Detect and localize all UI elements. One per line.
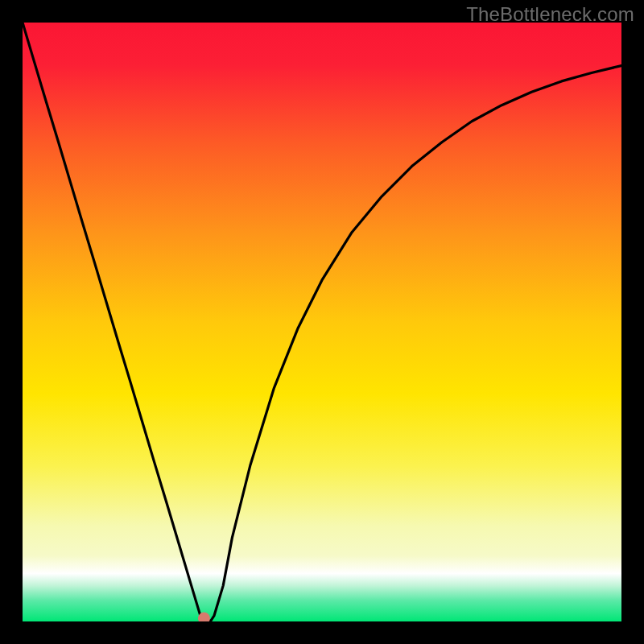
chart-svg xyxy=(23,23,621,621)
plot-area xyxy=(23,23,621,621)
chart-frame: TheBottleneck.com xyxy=(0,0,644,644)
attribution-label: TheBottleneck.com xyxy=(466,3,634,26)
